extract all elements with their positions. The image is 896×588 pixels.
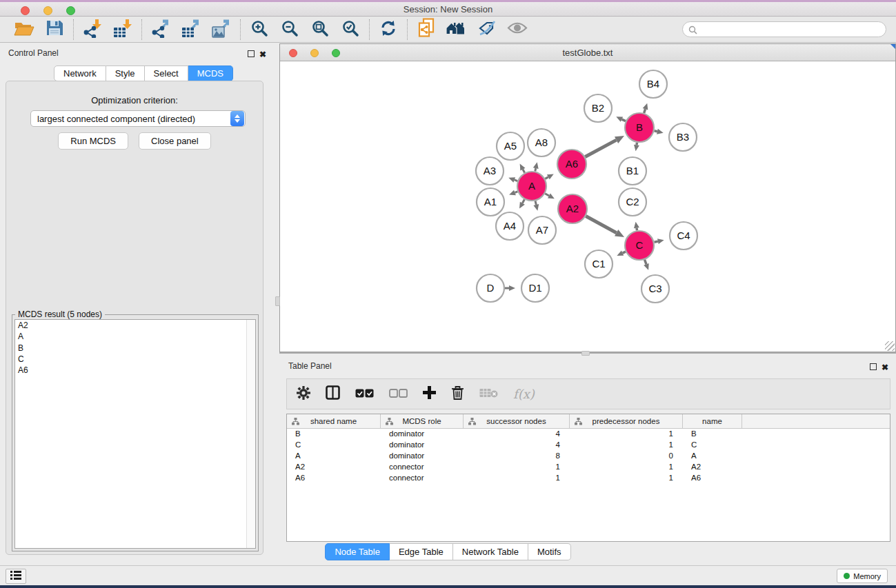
table-cell[interactable]: 1 bbox=[570, 429, 683, 440]
graph-edge-A-A6[interactable] bbox=[545, 177, 548, 179]
result-item[interactable]: C bbox=[15, 354, 255, 365]
table-cell[interactable]: B bbox=[683, 429, 742, 440]
table-cell[interactable]: A6 bbox=[683, 473, 742, 484]
table-cell[interactable]: 1 bbox=[464, 462, 570, 473]
duplicate-network-button[interactable] bbox=[413, 19, 439, 41]
result-item[interactable]: A6 bbox=[15, 365, 255, 376]
column-header-predecessor-nodes[interactable]: predecessor nodes bbox=[570, 414, 683, 428]
zoom-out-button[interactable] bbox=[277, 19, 303, 41]
network-window-titlebar[interactable]: testGlobe.txt bbox=[280, 44, 895, 61]
table-cell[interactable]: A bbox=[287, 451, 381, 462]
table-cell[interactable]: A2 bbox=[287, 462, 381, 473]
table-cell[interactable]: connector bbox=[381, 462, 464, 473]
tab-network-table[interactable]: Network Table bbox=[453, 543, 528, 560]
table-cell[interactable]: 1 bbox=[570, 462, 683, 473]
graph-edge-A-A2[interactable] bbox=[545, 194, 549, 196]
table-row[interactable]: A2connector11A2 bbox=[287, 462, 890, 473]
control-panel-close-icon[interactable]: ✖ bbox=[259, 51, 266, 58]
column-header-successor-nodes[interactable]: successor nodes bbox=[464, 414, 570, 428]
network-graph[interactable]: B4B2BB3A8A5A6A3B1AA1C2A2A4A7C4CC1C3DD1 bbox=[280, 62, 895, 352]
result-item[interactable]: A bbox=[15, 331, 255, 342]
minimize-window-button[interactable] bbox=[43, 6, 52, 15]
column-visibility-icon[interactable] bbox=[326, 385, 340, 403]
open-file-button[interactable] bbox=[11, 19, 37, 41]
tab-select[interactable]: Select bbox=[145, 65, 188, 81]
tab-edge-table[interactable]: Edge Table bbox=[390, 543, 453, 560]
export-image-button[interactable] bbox=[208, 19, 235, 41]
memory-button[interactable]: Memory bbox=[837, 569, 888, 583]
table-row[interactable]: A6connector11A6 bbox=[287, 473, 890, 484]
column-header-MCDS-role[interactable]: MCDS role bbox=[381, 414, 464, 428]
export-table-button[interactable] bbox=[178, 19, 204, 41]
deselect-all-icon[interactable] bbox=[389, 388, 408, 401]
delete-column-trash-icon[interactable] bbox=[451, 385, 464, 403]
table-cell[interactable]: 1 bbox=[570, 473, 683, 484]
import-table-button[interactable] bbox=[110, 19, 136, 41]
graph-edge-B-B1[interactable] bbox=[637, 143, 637, 145]
graph-edge-A-A5[interactable] bbox=[523, 170, 525, 173]
control-panel-float-icon[interactable] bbox=[248, 50, 255, 57]
graph-edge-A-A7[interactable] bbox=[535, 201, 536, 205]
table-cell[interactable]: dominator bbox=[381, 429, 464, 440]
table-cell[interactable]: C bbox=[287, 440, 381, 451]
search-input[interactable] bbox=[682, 21, 886, 37]
home-button[interactable] bbox=[444, 19, 470, 41]
close-window-button[interactable] bbox=[21, 6, 30, 15]
table-cell[interactable]: connector bbox=[381, 473, 464, 484]
task-history-button[interactable] bbox=[6, 569, 26, 584]
graph-edge-A-A3[interactable] bbox=[515, 180, 518, 181]
table-panel-float-icon[interactable] bbox=[870, 363, 877, 370]
tab-mcds[interactable]: MCDS bbox=[188, 65, 233, 81]
zoom-in-button[interactable] bbox=[246, 19, 272, 41]
table-cell[interactable]: A6 bbox=[287, 473, 381, 484]
table-cell[interactable]: A bbox=[683, 451, 742, 462]
table-header-row[interactable]: shared nameMCDS rolesuccessor nodesprede… bbox=[287, 414, 890, 429]
table-row[interactable]: Adominator80A bbox=[287, 451, 890, 462]
result-item[interactable]: B bbox=[15, 343, 255, 354]
tab-motifs[interactable]: Motifs bbox=[528, 543, 571, 560]
table-cell[interactable]: dominator bbox=[381, 451, 464, 462]
import-network-button[interactable] bbox=[79, 19, 106, 41]
table-cell[interactable]: 8 bbox=[464, 451, 570, 462]
table-row[interactable]: Cdominator41C bbox=[287, 440, 890, 451]
graph-edge-B-B2[interactable] bbox=[621, 119, 626, 121]
result-scrollbar[interactable] bbox=[246, 320, 255, 548]
refresh-button[interactable] bbox=[375, 19, 401, 41]
hide-labels-button[interactable] bbox=[474, 19, 500, 41]
graph-edge-C-C3[interactable] bbox=[645, 260, 646, 265]
table-row[interactable]: Bdominator41B bbox=[287, 429, 890, 440]
settings-gear-icon[interactable] bbox=[297, 386, 310, 403]
table-cell[interactable]: B bbox=[287, 429, 381, 440]
delete-table-icon[interactable] bbox=[479, 387, 498, 401]
criterion-dropdown[interactable]: largest connected component (directed) bbox=[30, 110, 246, 127]
network-canvas[interactable]: B4B2BB3A8A5A6A3B1AA1C2A2A4A7C4CC1C3DD1 bbox=[280, 62, 895, 352]
resize-grip-icon[interactable] bbox=[885, 341, 895, 351]
tab-network[interactable]: Network bbox=[54, 65, 106, 81]
graph-edge-A-A8[interactable] bbox=[535, 168, 536, 171]
graph-edge-B-B3[interactable] bbox=[654, 131, 657, 132]
graph-edge-A2-C[interactable] bbox=[586, 216, 616, 233]
run-mcds-button[interactable]: Run MCDS bbox=[58, 132, 128, 150]
table-cell[interactable]: 0 bbox=[570, 451, 683, 462]
zoom-window-button[interactable] bbox=[66, 6, 75, 15]
result-item[interactable]: A2 bbox=[15, 320, 255, 331]
divider-grip-vertical[interactable] bbox=[275, 296, 280, 306]
column-header-shared-name[interactable]: shared name bbox=[287, 414, 381, 428]
add-column-icon[interactable] bbox=[423, 386, 436, 402]
function-builder-icon[interactable]: f(x) bbox=[513, 387, 535, 401]
graph-edge-C-C2[interactable] bbox=[637, 228, 637, 231]
close-panel-button[interactable]: Close panel bbox=[139, 132, 211, 150]
graph-edge-C-C4[interactable] bbox=[654, 241, 657, 242]
export-network-button[interactable] bbox=[148, 19, 174, 41]
divider-grip-horizontal[interactable] bbox=[581, 351, 590, 356]
graph-edge-C-C1[interactable] bbox=[623, 252, 626, 253]
tab-style[interactable]: Style bbox=[106, 65, 145, 81]
table-cell[interactable]: 1 bbox=[570, 440, 683, 451]
show-graphics-details-button[interactable] bbox=[504, 19, 530, 41]
table-panel-close-icon[interactable]: ✖ bbox=[882, 364, 888, 371]
graph-edge-A-A1[interactable] bbox=[515, 192, 517, 193]
table-cell[interactable]: 4 bbox=[464, 429, 570, 440]
tab-node-table[interactable]: Node Table bbox=[325, 543, 390, 560]
mcds-result-list[interactable]: A2ABCA6 bbox=[14, 319, 256, 549]
zoom-fit-button[interactable] bbox=[307, 19, 333, 41]
